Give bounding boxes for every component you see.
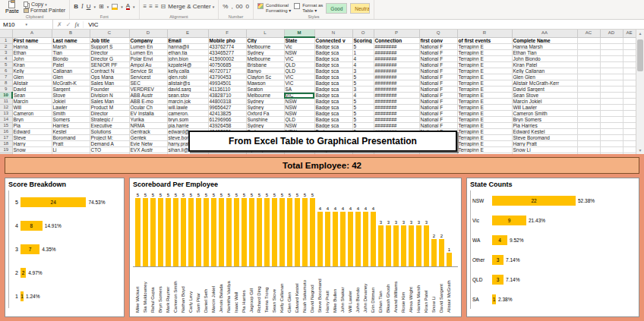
sheet-cell[interactable]: Badge sca xyxy=(314,99,352,105)
sheet-cell[interactable]: NSW xyxy=(284,105,314,111)
sheet-cell[interactable]: National F xyxy=(419,56,457,62)
sheet-cell[interactable]: Polar Envi xyxy=(129,56,167,62)
sheet-cell[interactable]: Somers xyxy=(52,117,90,123)
sheet-cell[interactable]: kzpatel4@ xyxy=(167,62,208,68)
sheet-cell[interactable]: Terrapinn E xyxy=(457,62,512,68)
sheet-cell[interactable]: NSW xyxy=(284,50,314,56)
sheet-cell[interactable] xyxy=(623,147,636,153)
sheet-cell[interactable] xyxy=(600,99,623,105)
sheet-cell[interactable]: Boromand xyxy=(52,135,90,141)
sheet-cell[interactable]: David xyxy=(12,87,52,93)
sheet-cell[interactable]: 41136110 xyxy=(208,87,246,93)
sheet-cell[interactable]: Robert Bo xyxy=(129,153,167,155)
sheet-cell[interactable] xyxy=(623,44,636,50)
sheet-cell[interactable]: ######## xyxy=(374,44,419,50)
sheet-cell[interactable]: Sunshine xyxy=(246,117,284,123)
selected-cell[interactable]: VIC xyxy=(284,93,314,99)
sheet-cell[interactable]: Terrapinn E xyxy=(457,129,512,135)
sheet-cell[interactable]: sean.stov xyxy=(167,93,208,99)
sheet-cell[interactable]: 5 xyxy=(352,99,374,105)
sheet-cell[interactable]: Terrapinn E xyxy=(457,123,512,129)
sheet-cell[interactable] xyxy=(600,62,623,68)
sheet-cell[interactable]: Glen xyxy=(12,74,52,80)
column-header-A[interactable]: A xyxy=(12,30,52,37)
column-header-F[interactable]: F xyxy=(208,30,246,37)
sheet-cell[interactable] xyxy=(600,37,623,44)
sheet-cell[interactable]: 40720717 xyxy=(208,68,246,74)
sheet-cell[interactable]: Service St xyxy=(129,68,167,74)
sheet-cell[interactable]: Kestel xyxy=(52,129,90,135)
sheet-cell[interactable]: david.sarg xyxy=(167,87,208,93)
row-header-5[interactable]: 5 xyxy=(0,62,12,68)
sheet-cell[interactable]: Smith xyxy=(52,111,90,117)
sheet-cell[interactable] xyxy=(623,135,636,141)
sheet-cell[interactable]: Callanan xyxy=(52,68,90,74)
sheet-cell[interactable]: Last name xyxy=(52,37,90,44)
sheet-cell[interactable]: 42413825 xyxy=(208,111,246,117)
sheet-cell[interactable]: Glen xyxy=(52,74,90,80)
sheet-cell[interactable] xyxy=(577,50,600,56)
sheet-cell[interactable] xyxy=(623,99,636,105)
sheet-cell[interactable] xyxy=(600,80,623,87)
sheet-cell[interactable]: ######## xyxy=(374,68,419,74)
sheet-cell[interactable]: Hanna Marsh xyxy=(512,44,577,50)
sheet-cell[interactable]: Badge sca xyxy=(314,62,352,68)
sheet-cell[interactable]: 44800318 xyxy=(208,99,246,105)
sheet-cell[interactable]: National F xyxy=(419,105,457,111)
sheet-cell[interactable]: ######## xyxy=(374,87,419,93)
name-box[interactable]: M10 ▾ xyxy=(0,20,53,29)
row-header-7[interactable]: 7 xyxy=(0,74,12,80)
name-box-dropdown-arrow[interactable]: ▾ xyxy=(26,22,28,27)
sheet-cell[interactable] xyxy=(600,135,623,141)
sheet-cell[interactable]: Edward xyxy=(12,129,52,135)
sheet-cell[interactable]: Harry Pratt xyxy=(512,141,577,147)
sheet-cell[interactable]: Sydney xyxy=(246,123,284,129)
sheet-cell[interactable]: 5 xyxy=(352,80,374,87)
row-header-14[interactable]: 14 xyxy=(0,117,12,123)
sheet-cell[interactable]: Mike Bullen xyxy=(512,153,577,155)
sheet-cell[interactable] xyxy=(600,105,623,111)
sheet-cell[interactable] xyxy=(600,68,623,74)
sheet-cell[interactable]: Email xyxy=(167,37,208,44)
decrease-decimal-button[interactable]: 0 xyxy=(246,3,249,10)
sheet-cell[interactable]: Banyo xyxy=(246,68,284,74)
sheet-cell[interactable]: VIC xyxy=(284,74,314,80)
sheet-cell[interactable] xyxy=(577,37,600,44)
sheet-cell[interactable] xyxy=(600,50,623,56)
sheet-cell[interactable]: 3 xyxy=(352,68,374,74)
borders-dropdown-arrow[interactable]: ▾ xyxy=(107,5,109,9)
sheet-cell[interactable]: Badge sca xyxy=(314,87,352,93)
underline-dropdown-arrow[interactable]: ▾ xyxy=(93,5,96,9)
enter-button[interactable]: ✓ xyxy=(66,21,71,28)
paste-button[interactable]: Paste xyxy=(4,1,21,14)
sheet-cell[interactable]: Business E xyxy=(90,153,129,155)
sheet-cell[interactable]: National F xyxy=(419,99,457,105)
sheet-cell[interactable] xyxy=(623,80,636,87)
sheet-cell[interactable]: cameron. xyxy=(167,111,208,117)
sheet-cell[interactable]: National F xyxy=(419,62,457,68)
column-header-AD[interactable]: AD xyxy=(600,30,623,37)
percent-style-button[interactable]: % xyxy=(223,3,228,10)
scroll-up-arrow[interactable]: ▲ xyxy=(636,31,644,36)
sheet-cell[interactable]: National F xyxy=(419,93,457,99)
sheet-cell[interactable]: Snow xyxy=(12,147,52,153)
column-header-AA[interactable]: AA xyxy=(512,30,577,37)
sheet-cell[interactable]: hanna@li xyxy=(167,44,208,50)
sheet-cell[interactable]: Clayton Sc xyxy=(246,74,284,80)
row-header-8[interactable]: 8 xyxy=(0,80,12,87)
sheet-cell[interactable] xyxy=(167,153,208,155)
column-header-B[interactable]: B xyxy=(52,30,90,37)
copy-button[interactable]: Copy ▾ xyxy=(24,2,65,7)
column-header-R[interactable]: R xyxy=(457,30,512,37)
sheet-cell[interactable] xyxy=(577,105,600,111)
sheet-cell[interactable] xyxy=(457,153,512,155)
row-header-16[interactable]: 16 xyxy=(0,129,12,135)
sheet-cell[interactable] xyxy=(577,153,600,155)
sheet-cell[interactable]: Kiran xyxy=(12,62,52,68)
sheet-cell[interactable] xyxy=(623,111,636,117)
column-header-AE[interactable]: AE xyxy=(623,30,636,37)
vertical-scrollbar[interactable]: ▲ ▼ xyxy=(636,30,644,154)
sheet-cell[interactable] xyxy=(623,117,636,123)
sheet-cell[interactable]: City xyxy=(246,37,284,44)
row-header-20[interactable]: 20 xyxy=(0,153,12,155)
